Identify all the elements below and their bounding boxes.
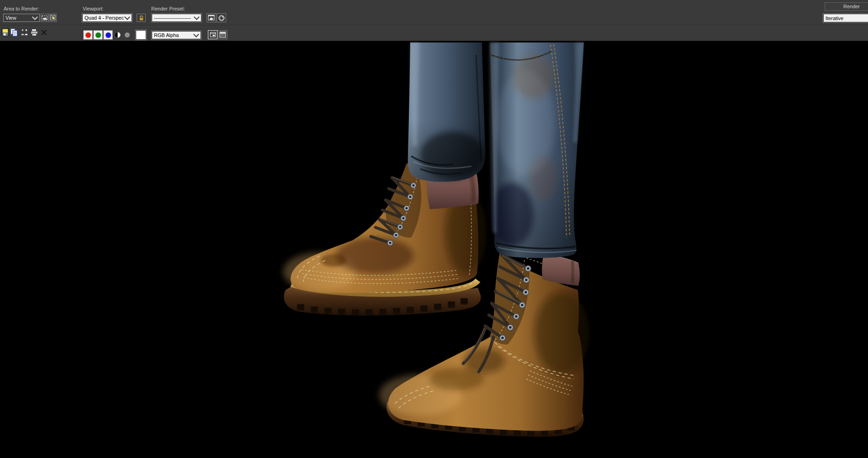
channel-display-value: RGB Alpha (154, 32, 193, 38)
rendered-frame-window: Area to Render: Viewport: Render Preset:… (0, 0, 868, 458)
green-channel-button[interactable] (93, 30, 103, 40)
toolbar-divider-highlight (0, 26, 868, 26)
auto-region-button[interactable] (49, 14, 57, 22)
red-channel-button[interactable] (83, 30, 93, 40)
half-circle-icon (114, 32, 121, 38)
area-to-render-select[interactable]: View (3, 14, 40, 22)
render-preset-value: ---------------------- (154, 15, 193, 21)
toggle-overlays-button[interactable] (208, 30, 217, 39)
environment-sphere-icon (218, 15, 225, 21)
viewport-lock-button[interactable] (137, 14, 146, 22)
lock-icon (138, 15, 144, 21)
floppy-disk-icon (1, 28, 9, 36)
background-color-swatch[interactable] (136, 30, 146, 40)
blue-channel-button[interactable] (103, 30, 113, 40)
window-titlebar-icon (219, 32, 226, 38)
region-frame-icon (50, 15, 56, 21)
clear-button[interactable] (40, 29, 48, 36)
clone-figures-icon (20, 28, 29, 37)
viewport-select[interactable]: Quad 4 - Perspec (82, 14, 132, 22)
window-panel-icon (210, 32, 216, 38)
gray-dot-icon (124, 32, 131, 38)
render-mode-value: Iterative (826, 16, 868, 21)
toggle-ui-button[interactable] (218, 30, 228, 39)
green-dot-icon (95, 32, 101, 38)
render-setup-teapot-icon (208, 15, 215, 21)
chevron-down-icon (194, 14, 200, 20)
edit-region-button[interactable] (41, 14, 48, 22)
render-viewport[interactable] (0, 41, 868, 458)
print-image-button[interactable] (30, 28, 38, 37)
render-preset-select[interactable]: ---------------------- (152, 14, 201, 22)
chevron-down-icon (124, 14, 130, 20)
render-button[interactable]: Render (825, 2, 868, 11)
viewport-value: Quad 4 - Perspec (85, 15, 124, 21)
area-to-render-value: View (5, 15, 32, 21)
copy-image-button[interactable] (10, 28, 18, 37)
chevron-down-icon (32, 14, 38, 20)
environment-effects-button[interactable] (217, 13, 226, 22)
area-to-render-label: Area to Render: (4, 6, 39, 11)
red-dot-icon (85, 32, 91, 38)
rfw-toolbar: Area to Render: Viewport: Render Preset:… (0, 0, 868, 41)
render-setup-button[interactable] (206, 13, 216, 22)
jeans-right-leg (490, 42, 584, 258)
viewport-label: Viewport: (83, 6, 104, 11)
blue-dot-icon (106, 32, 111, 38)
printer-icon (30, 28, 38, 37)
clone-window-button[interactable] (20, 28, 29, 37)
render-mode-select[interactable]: Iterative (823, 14, 868, 22)
copy-pages-icon (10, 28, 18, 37)
monochrome-button[interactable] (124, 32, 131, 38)
chevron-down-icon (193, 32, 199, 37)
rendered-image (0, 41, 868, 458)
marquee-hand-icon (42, 15, 48, 21)
render-preset-label: Render Preset: (151, 6, 185, 11)
x-icon (40, 29, 48, 36)
save-image-button[interactable] (1, 28, 9, 36)
alpha-channel-button[interactable] (114, 32, 121, 38)
jeans-left-leg (408, 42, 485, 182)
channel-display-select[interactable]: RGB Alpha (152, 31, 201, 39)
